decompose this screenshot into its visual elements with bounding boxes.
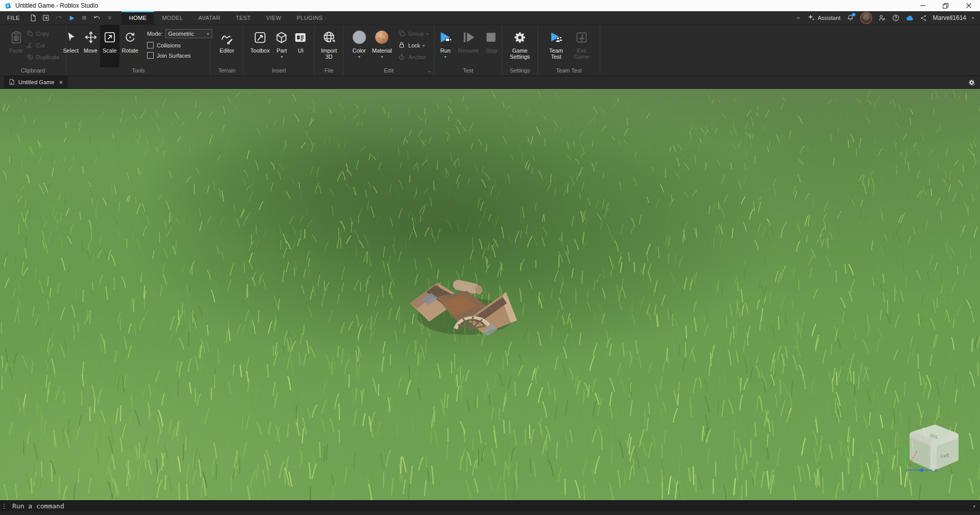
view-cube[interactable]: Top Left Y Z	[896, 421, 963, 478]
ribbon-group-terrain: Editor Terrain	[211, 25, 243, 76]
stop-button[interactable]: Stop	[481, 25, 501, 67]
command-bar-grip-handle[interactable]	[0, 504, 8, 509]
exit-game-button[interactable]: Exit Game	[569, 25, 595, 67]
group-label-tools: Tools	[66, 67, 210, 76]
team-test-play-people-icon	[549, 29, 564, 46]
anchor-button[interactable]: Anchor	[398, 53, 429, 61]
join-surfaces-checkbox-row[interactable]: Join Surfaces	[147, 52, 212, 59]
edit-dialog-launcher-icon[interactable]	[427, 69, 432, 74]
notifications-bell-icon[interactable]	[846, 14, 854, 22]
part-cube-icon	[275, 29, 288, 46]
mode-dropdown[interactable]: Geometric ▾	[165, 29, 212, 38]
ribbon-tab-avatar[interactable]: AVATAR	[191, 11, 228, 24]
username-label[interactable]: Marvell1614	[933, 14, 966, 21]
chevron-down-icon[interactable]: ▾	[423, 43, 425, 48]
close-tab-icon[interactable]: ✕	[59, 80, 63, 85]
resume-button[interactable]: Resume	[456, 25, 482, 67]
toolbox-button[interactable]: Toolbox	[248, 25, 273, 67]
team-test-button[interactable]: Team Test	[544, 25, 569, 67]
toolbox-icon	[253, 29, 267, 46]
run-button[interactable]: Run ▾	[435, 25, 456, 67]
collapse-ribbon-icon[interactable]	[795, 14, 802, 21]
scale-tool-button[interactable]: Scale	[100, 25, 119, 67]
move-tool-button[interactable]: Move	[81, 25, 100, 67]
file-menu[interactable]: FILE	[0, 11, 27, 24]
user-menu-caret-icon[interactable]: ▾	[972, 16, 974, 20]
command-bar-caret-icon[interactable]: ▾	[973, 504, 975, 509]
select-tool-button[interactable]: Select	[61, 25, 82, 67]
place-file-icon	[9, 79, 15, 86]
title-bar: Untitled Game - Roblox Studio	[0, 0, 980, 11]
ribbon-tab-model[interactable]: MODEL	[154, 11, 190, 24]
collisions-checkbox-row[interactable]: Collisions	[147, 42, 212, 48]
restore-button[interactable]	[934, 0, 957, 11]
game-settings-button[interactable]: Game Settings	[503, 25, 537, 67]
import-3d-button[interactable]: Import 3D	[315, 25, 343, 67]
document-tab-untitled-game[interactable]: Untitled Game ✕	[4, 76, 68, 88]
rotate-tool-button[interactable]: Rotate	[119, 25, 141, 67]
chevron-down-icon[interactable]: ▾	[358, 55, 360, 59]
view-cube-left-label[interactable]: Left	[940, 452, 949, 458]
group-label-test: Test	[434, 67, 502, 76]
chevron-down-icon[interactable]: ▾	[281, 55, 283, 59]
window-title: Untitled Game - Roblox Studio	[15, 2, 98, 9]
group-button[interactable]: Group ▾	[398, 30, 429, 38]
undo-icon[interactable]	[91, 11, 104, 24]
viewport-settings-gear-icon[interactable]	[968, 79, 975, 86]
ui-window-icon	[293, 29, 307, 46]
ui-button[interactable]: UI	[291, 25, 310, 67]
lock-button[interactable]: Lock ▾	[398, 41, 429, 50]
collaborate-add-person-icon[interactable]	[878, 14, 886, 22]
avatar[interactable]	[860, 12, 872, 24]
menu-bar: FILE HOME MODEL	[0, 11, 980, 25]
material-button[interactable]: Material ▾	[370, 25, 395, 67]
document-tab-title: Untitled Game	[18, 79, 54, 85]
quick-access-toolbar	[27, 11, 116, 24]
ribbon-group-tools: Select Move Scale	[66, 25, 211, 76]
exit-game-icon	[575, 29, 589, 46]
play-icon[interactable]	[65, 11, 78, 24]
minimize-button[interactable]	[911, 0, 934, 11]
viewport[interactable]: Top Left Y Z	[0, 89, 980, 500]
roblox-studio-logo-icon	[4, 2, 12, 10]
part-button[interactable]: Part ▾	[272, 25, 291, 67]
run-play-camera-icon	[438, 29, 453, 46]
terrain-editor-icon	[220, 29, 234, 46]
ribbon-tab-test[interactable]: TEST	[228, 11, 259, 24]
group-label-file: File	[315, 67, 343, 76]
ribbon-tab-view[interactable]: VIEW	[258, 11, 289, 24]
move-arrows-icon	[84, 29, 97, 46]
import-3d-globe-icon	[322, 29, 336, 46]
share-icon[interactable]	[920, 14, 927, 22]
group-label-insert: Insert	[243, 67, 314, 76]
terrain-editor-button[interactable]: Editor	[217, 25, 237, 67]
copy-button[interactable]: Copy	[26, 30, 60, 38]
view-cube-top-label[interactable]: Top	[929, 433, 939, 440]
redo-icon[interactable]	[53, 11, 65, 24]
cloud-icon[interactable]	[905, 14, 914, 22]
chevron-down-icon[interactable]: ▾	[381, 55, 383, 59]
command-bar: ▾	[0, 500, 980, 511]
ribbon-tab-plugins[interactable]: PLUGINS	[289, 11, 330, 24]
ribbon-group-file: Import 3D File	[315, 25, 344, 76]
quick-access-customize-icon[interactable]	[104, 11, 116, 24]
ribbon-tab-home[interactable]: HOME	[121, 11, 155, 24]
document-tab-bar: Untitled Game ✕	[0, 76, 980, 89]
paste-button[interactable]: Paste	[7, 25, 26, 67]
help-icon[interactable]	[892, 14, 900, 22]
close-window-button[interactable]	[957, 0, 980, 11]
anchor-icon	[398, 53, 406, 62]
group-label-clipboard: Clipboard	[0, 67, 66, 76]
assistant-button[interactable]: Assistant	[807, 14, 841, 22]
new-file-icon[interactable]	[27, 11, 40, 24]
open-file-icon[interactable]	[40, 11, 53, 24]
join-surfaces-checkbox[interactable]	[147, 52, 154, 59]
stop-icon[interactable]	[78, 11, 91, 24]
command-input[interactable]	[11, 502, 973, 510]
duplicate-button[interactable]: Duplicate	[26, 53, 60, 61]
collisions-checkbox[interactable]	[147, 42, 154, 48]
color-button[interactable]: Color ▾	[349, 25, 370, 67]
ribbon-group-settings: Game Settings Settings	[502, 25, 538, 76]
cut-button[interactable]: Cut	[26, 41, 60, 50]
chevron-down-icon[interactable]: ▾	[445, 55, 447, 59]
